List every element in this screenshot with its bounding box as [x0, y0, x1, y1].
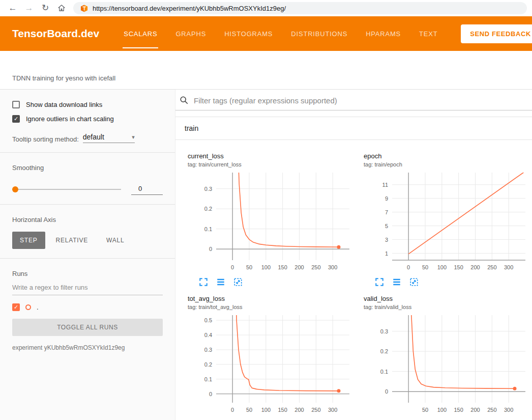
svg-text:0: 0 [385, 388, 388, 395]
svg-text:150: 150 [454, 407, 463, 413]
svg-text:50: 50 [422, 407, 428, 413]
checkbox-row[interactable]: ✓Ignore outliers in chart scaling [12, 115, 163, 123]
svg-text:200: 200 [470, 264, 480, 270]
tab-distributions[interactable]: DISTRIBUTIONS [291, 16, 347, 51]
line-chart[interactable]: 1357911050100150200250300 [364, 171, 529, 275]
checkbox-row[interactable]: Show data download links [12, 101, 163, 108]
experiment-bar: TDNN training for yesno with icefall [0, 51, 532, 90]
chart-title: valid_loss [364, 295, 530, 302]
svg-text:0.1: 0.1 [204, 376, 212, 382]
svg-text:0.3: 0.3 [204, 347, 212, 353]
checkbox-label: Show data download links [26, 101, 102, 108]
scalars-panel: train current_losstag: train/current_los… [175, 90, 532, 420]
smoothing-value-input[interactable] [131, 184, 163, 195]
svg-text:100: 100 [261, 264, 271, 270]
run-row[interactable]: ✓. [12, 303, 163, 311]
svg-text:50: 50 [422, 264, 428, 270]
tooltip-sorting-label: Tooltip sorting method: [12, 135, 79, 143]
chart-actions [188, 418, 354, 420]
svg-text:200: 200 [294, 407, 304, 413]
svg-text:1: 1 [385, 250, 388, 257]
line-chart[interactable]: 00.10.20.350100150200250300 [364, 313, 529, 418]
svg-text:0.2: 0.2 [204, 361, 212, 368]
home-icon-glyph [57, 4, 66, 13]
forward-icon[interactable]: → [21, 0, 37, 16]
svg-text:0.3: 0.3 [204, 186, 212, 192]
svg-text:300: 300 [504, 407, 513, 413]
main-nav: SCALARSGRAPHSHISTOGRAMSDISTRIBUTIONSHPAR… [124, 16, 437, 51]
svg-text:50: 50 [246, 264, 252, 270]
chart-card: valid_losstag: train/valid_loss00.10.20.… [354, 288, 530, 420]
svg-text:200: 200 [294, 264, 304, 270]
chart-tag: tag: train/current_loss [188, 161, 354, 167]
tag-section-header[interactable]: train [175, 117, 532, 140]
svg-text:150: 150 [454, 264, 463, 270]
tab-hparams[interactable]: HPARAMS [366, 16, 401, 51]
reload-icon[interactable]: ↻ [38, 0, 53, 16]
smoothing-slider[interactable] [12, 189, 121, 190]
svg-text:100: 100 [437, 407, 447, 413]
svg-text:0: 0 [209, 391, 212, 397]
svg-text:300: 300 [328, 264, 337, 270]
checkbox-icon[interactable]: ✓ [12, 115, 20, 123]
experiment-caption: experiment yKUbhb5wRmOSXYkId1z9eg [12, 344, 163, 351]
browser-toolbar: ← → ↻ https://tensorboard.dev/experiment… [0, 0, 532, 16]
filter-tags-input[interactable] [194, 96, 532, 105]
chart-card: current_losstag: train/current_loss00.10… [179, 145, 354, 288]
chart-tag: tag: train/epoch [364, 161, 530, 167]
chart-grid: current_losstag: train/current_loss00.10… [175, 140, 532, 420]
log-axis-icon[interactable] [216, 277, 225, 287]
settings-sidebar: Show data download links✓Ignore outliers… [0, 90, 175, 420]
axis-option-step[interactable]: STEP [12, 232, 45, 249]
svg-text:250: 250 [311, 264, 320, 270]
line-chart[interactable]: 00.10.20.3050100150200250300 [188, 171, 353, 275]
tab-graphs[interactable]: GRAPHS [175, 16, 206, 51]
back-icon[interactable]: ← [5, 0, 20, 16]
tab-scalars[interactable]: SCALARS [124, 16, 157, 51]
address-bar[interactable]: https://tensorboard.dev/experiment/yKUbh… [73, 2, 527, 14]
run-checkbox[interactable]: ✓ [12, 303, 20, 311]
svg-text:0.4: 0.4 [204, 332, 212, 338]
smoothing-slider-thumb[interactable] [12, 186, 18, 192]
axis-options: STEPRELATIVEWALL [12, 232, 163, 249]
fit-data-icon[interactable] [409, 277, 419, 287]
tag-section-train: train current_losstag: train/current_los… [175, 117, 532, 420]
url-text: https://tensorboard.dev/experiment/yKUbh… [93, 5, 286, 12]
toggle-all-runs-button[interactable]: TOGGLE ALL RUNS [12, 319, 163, 336]
chart-card: tot_avg_losstag: train/tot_avg_loss00.10… [179, 288, 354, 420]
svg-text:0.2: 0.2 [380, 348, 388, 354]
app-header: TensorBoard.dev SCALARSGRAPHSHISTOGRAMSD… [0, 16, 532, 51]
checkbox-label: Ignore outliers in chart scaling [26, 115, 114, 123]
tab-text[interactable]: TEXT [419, 16, 437, 51]
svg-text:300: 300 [328, 407, 337, 413]
runs-list: ✓. [12, 303, 163, 311]
svg-text:200: 200 [470, 407, 480, 413]
axis-option-wall[interactable]: WALL [99, 232, 132, 249]
sidebar-checkbox-group: Show data download links✓Ignore outliers… [12, 101, 163, 123]
horizontal-axis-label: Horizontal Axis [12, 216, 163, 223]
fullscreen-icon[interactable] [375, 277, 384, 287]
svg-text:250: 250 [487, 407, 496, 413]
run-color-swatch [25, 304, 31, 310]
chart-actions [364, 418, 530, 420]
line-chart[interactable]: 00.10.20.30.40.5050100150200250300 [188, 313, 353, 418]
tooltip-sorting-dropdown[interactable]: default ▾ [83, 133, 135, 143]
tensorboard-favicon [80, 5, 88, 12]
svg-text:0.3: 0.3 [380, 328, 388, 334]
filter-tags-row [175, 90, 532, 110]
svg-text:50: 50 [246, 407, 252, 413]
svg-text:150: 150 [278, 407, 287, 413]
brand-logo[interactable]: TensorBoard.dev [0, 16, 99, 51]
checkbox-icon[interactable] [12, 101, 20, 108]
fit-data-icon[interactable] [233, 277, 243, 287]
runs-filter-input[interactable] [12, 279, 163, 295]
log-axis-icon[interactable] [392, 277, 401, 287]
chart-title: epoch [364, 152, 530, 160]
tab-histograms[interactable]: HISTOGRAMS [224, 16, 273, 51]
svg-text:100: 100 [261, 407, 271, 413]
axis-option-relative[interactable]: RELATIVE [48, 232, 96, 249]
home-icon[interactable] [54, 4, 69, 13]
send-feedback-button[interactable]: SEND FEEDBACK [461, 24, 532, 43]
svg-text:250: 250 [311, 407, 320, 413]
fullscreen-icon[interactable] [199, 277, 208, 287]
